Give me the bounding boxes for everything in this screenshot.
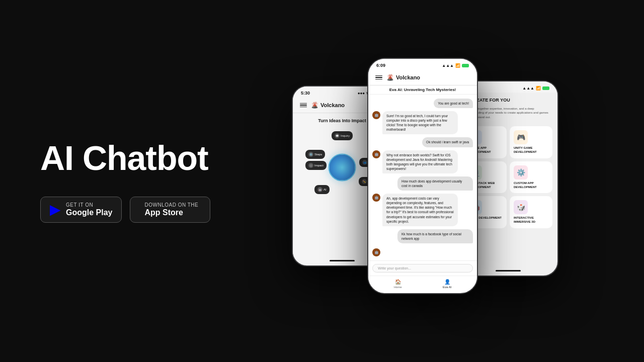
brand-name-left: Volckano [320, 102, 345, 108]
custom-label: CUSTOM APP DEVELOPMENT [514, 182, 548, 190]
nav-home[interactable]: 🏠 Home [394, 279, 402, 289]
node-dot-team: 👥 [362, 160, 367, 165]
page-title: AI Chatbot [40, 139, 221, 177]
nav-eva-label: Eva AI [443, 286, 451, 289]
node-dot-steps: ⚙️ [308, 152, 313, 157]
phone-right-status-icons: ▲▲▲ 📶 [522, 86, 549, 90]
service-custom: ⚙️ CUSTOM APP DEVELOPMENT [510, 161, 552, 194]
msg-4-container: 🤖 Why not embrace both worlds? Swift for… [372, 150, 473, 173]
msg-3: Ok should i learn swift or java [422, 137, 473, 147]
volckano-logo-left: 🌋 Volckano [311, 102, 345, 109]
phone-center-status-icons: ▲▲▲ 📶 [442, 63, 469, 68]
avatar-ai-4: 🤖 [372, 248, 380, 256]
volcano-icon: 🌋 [311, 102, 318, 109]
hamburger-center[interactable] [375, 75, 382, 80]
phone-chat: 6:09 ▲▲▲ 📶 🌋 Volckano Eva AI: Unraveling… [367, 58, 478, 294]
volcano-icon-center: 🌋 [386, 74, 394, 81]
home-icon: 🏠 [395, 279, 401, 285]
google-play-label-top: GET IT ON [66, 202, 112, 208]
nav-home-label: Home [394, 286, 402, 289]
msg-2-container: 🤖 Sure! I'm so good at tech, I could tur… [372, 111, 473, 134]
app-store-button[interactable]: Download on the App Store [130, 197, 210, 223]
chat-messages: You are good at tech! 🤖 Sure! I'm so goo… [368, 95, 477, 260]
google-play-button[interactable]: ▶ GET IT ON Google Play [40, 197, 122, 223]
left-content: AI Chatbot ▶ GET IT ON Google Play Downl… [0, 109, 262, 253]
msg-2: Sure! I'm so good at tech, I could turn … [382, 111, 458, 134]
signal-icon-right: ▲▲▲ [522, 86, 534, 90]
app-store-label-top: Download on the [144, 202, 198, 208]
google-play-icon: ▶ [50, 203, 61, 217]
node-dot-inquiry: 💬 [335, 133, 340, 138]
battery-icon-center [462, 64, 469, 67]
phone-center-navbar: 🌋 Volckano [368, 70, 477, 85]
custom-icon: ⚙️ [514, 165, 528, 179]
chat-input-placeholder[interactable]: Write your question... [372, 264, 473, 273]
avatar-ai-1: 🤖 [372, 111, 380, 119]
tagline: Turn Ideas Into Impact [318, 118, 366, 123]
phone-right-indicator [496, 270, 521, 272]
phone-center-time: 6:09 [376, 63, 385, 68]
unity-label: UNITY GAME DEVELOPMENT [514, 146, 548, 154]
node-dot-impact: ⬡ [308, 163, 313, 168]
node-impact: ⬡ Impact [305, 161, 327, 170]
3d-label: INTERACTIVE IMMERSIVE 3D [514, 216, 548, 224]
signal-icon-center: ▲▲▲ [442, 63, 454, 68]
brand-name-center: Volckano [396, 74, 420, 80]
app-store-label-bottom: App Store [144, 208, 198, 217]
msg-7: Kk how much is a facebook type of social… [397, 229, 473, 243]
wifi-icon-center: 📶 [455, 63, 460, 68]
msg-6-container: 🤖 Ah, app development costs can vary dep… [372, 194, 473, 226]
chat-title: Eva AI: Unraveling Tech Mysteries! [368, 85, 477, 95]
node-dot-ai: 🤖 [317, 187, 323, 192]
nav-eva[interactable]: 👤 Eva AI [443, 279, 451, 289]
avatar-ai-2: 🤖 [372, 150, 380, 158]
node-inquiry: 💬 Inquiry [332, 131, 353, 140]
msg-6: Ah, app development costs can vary depen… [382, 194, 458, 226]
msg-4: Why not embrace both worlds? Swift for i… [382, 150, 458, 173]
google-play-label-bottom: Google Play [66, 208, 112, 217]
node-steps: ⚙️ Steps [305, 150, 325, 159]
msg-1: You are good at tech! [434, 99, 473, 108]
hamburger-menu[interactable] [300, 103, 307, 108]
avatar-ai-3: 🤖 [372, 194, 380, 202]
signal-icon: ●●● [358, 91, 365, 96]
phone-center-indicator [410, 288, 435, 289]
phone-center-status-bar: 6:09 ▲▲▲ 📶 [368, 59, 477, 70]
node-ai: 🤖 AI [314, 185, 330, 194]
wifi-icon-right: 📶 [536, 86, 541, 90]
phones-area: 5:30 ●●● WiFi 🌋 Volckano Turn Ideas Into… [262, 0, 644, 362]
battery-icon-right [542, 86, 549, 90]
app-store-text: Download on the App Store [144, 202, 198, 217]
google-play-text: GET IT ON Google Play [66, 202, 112, 217]
chat-input-area: Write your question... [368, 260, 477, 276]
node-dot-create: ✏️ [362, 179, 367, 184]
phone-left-indicator [330, 260, 355, 261]
msg-5: How much does app development usually co… [397, 176, 473, 191]
store-buttons-container: ▶ GET IT ON Google Play Download on the … [40, 197, 221, 223]
eva-icon: 👤 [444, 279, 450, 285]
phone-center-bottom-nav: 🏠 Home 👤 Eva AI [368, 276, 477, 293]
unity-icon: 🎮 [514, 130, 528, 144]
mind-map-center [329, 154, 356, 182]
volckano-logo-center: 🌋 Volckano [386, 74, 420, 81]
phone-left-time: 5:30 [301, 90, 310, 96]
service-3d: 🎲 INTERACTIVE IMMERSIVE 3D [510, 196, 552, 228]
service-unity: 🎮 UNITY GAME DEVELOPMENT [510, 126, 552, 158]
3d-icon: 🎲 [514, 200, 528, 214]
